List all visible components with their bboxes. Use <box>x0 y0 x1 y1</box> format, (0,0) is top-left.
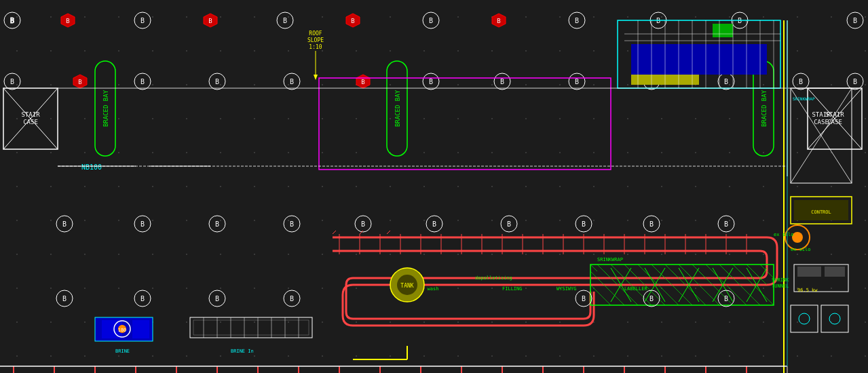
svg-text:NB100: NB100 <box>81 163 102 171</box>
cad-canvas: B B B B B B B B B B B B B B B B B B B B … <box>0 0 868 373</box>
svg-text:CASE: CASE <box>23 119 38 125</box>
svg-text:B: B <box>78 79 81 85</box>
svg-text:BRACED BAY: BRACED BAY <box>761 90 768 127</box>
svg-text:STAIR: STAIR <box>21 111 40 118</box>
svg-text:SRINKWRAP: SRINKWRAP <box>597 257 623 262</box>
svg-text:B: B <box>432 220 436 228</box>
svg-text:96.5 kw: 96.5 kw <box>797 288 818 293</box>
svg-rect-80 <box>713 24 733 37</box>
svg-text:B: B <box>62 220 67 228</box>
svg-text:SRINKWRAP: SRINKWRAP <box>793 96 815 101</box>
svg-text:BRINE: BRINE <box>115 349 130 354</box>
svg-text:WYSIWYG: WYSIWYG <box>556 286 577 292</box>
svg-text:LABELLER: LABELLER <box>624 286 648 292</box>
svg-text:B: B <box>649 295 654 302</box>
svg-text:SLOPE: SLOPE <box>307 37 324 43</box>
svg-text:CONTROL: CONTROL <box>811 210 831 215</box>
svg-text:TANK: TANK <box>400 283 413 289</box>
svg-text:B: B <box>351 18 354 24</box>
svg-text:B: B <box>140 78 145 85</box>
svg-text:B: B <box>853 17 857 24</box>
svg-text:CASE: CASE <box>814 119 829 125</box>
svg-text:B: B <box>500 78 504 85</box>
svg-text:ex silo: ex silo <box>774 232 794 237</box>
svg-rect-214 <box>797 267 821 277</box>
svg-text:SHRINK: SHRINK <box>772 277 789 283</box>
svg-text:B: B <box>290 220 294 228</box>
svg-text:STAIR: STAIR <box>812 111 831 118</box>
svg-text:180: 180 <box>118 328 127 333</box>
svg-text:B: B <box>575 78 579 85</box>
svg-text:B: B <box>575 17 579 24</box>
svg-text:B: B <box>215 78 219 85</box>
svg-text:B: B <box>799 78 803 85</box>
svg-text:B: B <box>140 295 145 302</box>
svg-text:B: B <box>140 220 145 228</box>
svg-text:B: B <box>724 220 728 228</box>
svg-text:B: B <box>10 78 14 85</box>
svg-text:B: B <box>582 220 586 228</box>
svg-text:B: B <box>497 18 500 24</box>
svg-text:B: B <box>429 17 433 24</box>
svg-text:B: B <box>429 78 433 85</box>
svg-text:BRINE In: BRINE In <box>231 349 254 354</box>
svg-rect-215 <box>825 267 845 277</box>
svg-text:B: B <box>140 17 145 24</box>
svg-text:B: B <box>724 78 728 85</box>
svg-text:ROOF: ROOF <box>309 31 322 37</box>
svg-text:B: B <box>290 295 294 302</box>
svg-text:B: B <box>62 295 67 302</box>
svg-text:B: B <box>507 220 511 228</box>
svg-text:B: B <box>582 295 586 302</box>
svg-rect-191 <box>132 320 149 338</box>
svg-text:B: B <box>208 18 212 24</box>
svg-text:depalletising: depalletising <box>475 275 512 281</box>
svg-text:B: B <box>290 78 294 85</box>
svg-text:B: B <box>853 78 857 85</box>
svg-text:BRACED BAY: BRACED BAY <box>394 90 401 127</box>
svg-text:1:10: 1:10 <box>309 44 322 50</box>
svg-text:B: B <box>361 79 364 85</box>
svg-text:B: B <box>283 17 287 24</box>
svg-text:B: B <box>66 18 69 24</box>
svg-text:B: B <box>215 220 219 228</box>
svg-text:FILLING: FILLING <box>502 286 523 292</box>
svg-text:TUNNEL: TUNNEL <box>772 283 789 289</box>
svg-text:B: B <box>724 295 728 302</box>
svg-text:B: B <box>361 220 365 228</box>
svg-text:B: B <box>10 17 14 24</box>
svg-text:BRACED BAY: BRACED BAY <box>102 90 109 127</box>
svg-text:ex silo: ex silo <box>791 247 811 252</box>
svg-text:B: B <box>649 220 654 228</box>
svg-text:B: B <box>215 295 219 302</box>
